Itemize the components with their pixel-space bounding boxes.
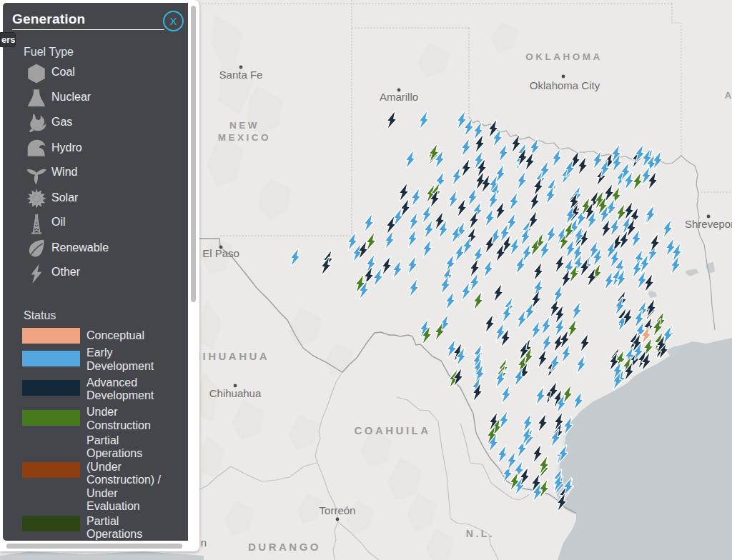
svg-text:MEXICO: MEXICO bbox=[218, 132, 271, 143]
svg-text:DURANGO: DURANGO bbox=[248, 541, 321, 553]
svg-text:Shreveport: Shreveport bbox=[685, 218, 732, 230]
svg-text:OKLAHOMA: OKLAHOMA bbox=[525, 51, 603, 62]
svg-text:Santa Fe: Santa Fe bbox=[219, 69, 263, 81]
svg-text:Amarillo: Amarillo bbox=[380, 91, 418, 103]
svg-text:Chihuahua: Chihuahua bbox=[209, 387, 262, 399]
svg-text:Oklahoma City: Oklahoma City bbox=[530, 79, 600, 91]
svg-text:A: A bbox=[724, 90, 732, 101]
svg-text:n: n bbox=[201, 536, 207, 549]
svg-text:N.L.: N.L. bbox=[466, 528, 495, 539]
svg-text:NEW: NEW bbox=[229, 120, 259, 131]
svg-text:COAHUILA: COAHUILA bbox=[354, 424, 430, 436]
svg-text:Torreón: Torreón bbox=[320, 504, 356, 516]
svg-text:El Paso: El Paso bbox=[202, 247, 239, 259]
